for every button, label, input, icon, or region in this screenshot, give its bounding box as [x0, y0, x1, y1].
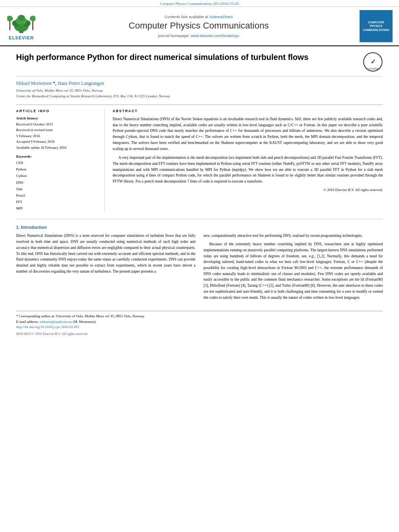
keyword-python: Python	[16, 166, 99, 173]
received-revised-label: Received in revised form	[16, 127, 99, 133]
svg-rect-7	[32, 20, 33, 30]
header-center: Contents lists available at ScienceDirec…	[43, 10, 354, 42]
journal-reference: Computer Physics Communications 203 (201…	[160, 2, 239, 6]
journal-logo-text: COMPUTER PHYSICS COMMUNICATIONS	[362, 21, 391, 31]
keywords-label: Keywords:	[16, 154, 99, 158]
keyword-fft: FFT	[16, 199, 99, 205]
journal-title: Computer Physics Communications	[129, 21, 269, 31]
keyword-mpi: MPI	[16, 205, 99, 212]
corresponding-author-note: * Corresponding author at: University of…	[16, 314, 383, 319]
intro-right: new, computationally attractive tool for…	[204, 233, 383, 303]
journal-logo-box: COMPUTER PHYSICS COMMUNICATIONS	[358, 10, 394, 42]
email-label: E-mail address:	[16, 320, 39, 324]
svg-text:CrossMark: CrossMark	[366, 67, 380, 70]
author-langtangen[interactable]: Hans Petter Langtangen	[58, 80, 104, 86]
intro-left-text: Direct Numerical Simulations (DNS) is a …	[16, 233, 195, 274]
abstract-text: Direct Numerical Simulations (DNS) of th…	[113, 116, 383, 185]
issn-line: 0010-4655/© 2016 Elsevier B.V. All right…	[16, 331, 383, 337]
affiliations: University of Oslo, Moltke Moes vei 35, …	[16, 88, 383, 99]
journal-header: ELSEVIER Contents lists available at Sci…	[0, 7, 399, 46]
journal-homepage: journal homepage: www.elsevier.com/locat…	[158, 33, 239, 38]
email-author-name: (M. Mortensen).	[73, 320, 97, 324]
keyword-dns: DNS	[16, 179, 99, 186]
revised-date: 5 February 2016	[16, 133, 99, 139]
footnote-area: * Corresponding author at: University of…	[16, 311, 383, 336]
email-link[interactable]: mikaem@math.uio.no	[39, 320, 72, 324]
article-dates: Received 6 October 2015 Received in revi…	[16, 121, 99, 150]
copyright-line: © 2016 Elsevier B.V. All rights reserved…	[113, 188, 383, 192]
doi-line: http://dx.doi.org/10.1016/j.cpc.2016.02.…	[16, 325, 383, 330]
svg-text:✓: ✓	[370, 58, 376, 65]
intro-left: Direct Numerical Simulations (DNS) is a …	[16, 233, 195, 303]
intro-right-p2: Because of the extremely heavy number cr…	[204, 241, 383, 300]
affiliation-1: University of Oslo, Moltke Moes vei 35, …	[16, 88, 383, 94]
article-history-label: Article history:	[16, 116, 99, 120]
authors: Mikael Mortensen *, Hans Petter Langtang…	[16, 80, 383, 86]
doi-link[interactable]: http://dx.doi.org/10.1016/j.cpc.2016.02.…	[16, 325, 79, 329]
intro-right-p1: new, computationally attractive tool for…	[204, 233, 383, 239]
svg-point-8	[7, 16, 13, 21]
intro-heading: 1. Introduction	[16, 225, 383, 230]
elsevier-logo: ELSEVIER	[3, 10, 39, 42]
journal-ref-bar: Computer Physics Communications 203 (201…	[0, 0, 399, 7]
intro-right-text: new, computationally attractive tool for…	[204, 233, 383, 300]
svg-point-9	[30, 16, 35, 21]
abstract-paragraph-2: A very important part of the implementat…	[113, 155, 383, 185]
two-col-section: ARTICLE INFO Article history: Received 6…	[16, 105, 383, 212]
intro-section: Direct Numerical Simulations (DNS) is a …	[16, 233, 383, 303]
elsevier-tree-icon	[7, 12, 35, 34]
author-mortensen[interactable]: Mikael Mortensen	[16, 80, 51, 86]
journal-logo-img: COMPUTER PHYSICS COMMUNICATIONS	[360, 10, 393, 42]
intro-left-p1: Direct Numerical Simulations (DNS) is a …	[16, 233, 195, 274]
keyword-pencil: Pencil	[16, 192, 99, 199]
article-title: High performance Python for direct numer…	[16, 52, 309, 62]
homepage-link[interactable]: www.elsevier.com/locate/cpc	[191, 33, 239, 38]
affiliation-2: Center for Biomedical Computing at Simul…	[16, 94, 383, 99]
email-line: E-mail address: mikaem@math.uio.no (M. M…	[16, 319, 383, 325]
section-divider	[16, 219, 383, 219]
elsevier-wordmark: ELSEVIER	[9, 35, 34, 40]
abstract-label: ABSTRACT	[113, 109, 383, 113]
keyword-slab: Slab	[16, 186, 99, 192]
received-date: Received 6 October 2015	[16, 121, 99, 127]
article-info-label: ARTICLE INFO	[16, 109, 99, 113]
svg-point-5	[18, 15, 25, 21]
accepted-date: Accepted 9 February 2016	[16, 139, 99, 144]
available-date: Available online 26 February 2016	[16, 145, 99, 150]
keywords-list: CFD Python Cython DNS Slab Pencil FFT MP…	[16, 160, 99, 212]
main-content: High performance Python for direct numer…	[0, 46, 399, 345]
svg-rect-6	[9, 20, 10, 30]
crossmark-icon: ✓ CrossMark	[363, 52, 383, 72]
article-info-col: ARTICLE INFO Article history: Received 6…	[16, 109, 105, 212]
sciencedirect-line: Contents lists available at ScienceDirec…	[165, 14, 233, 19]
abstract-paragraph-1: Direct Numerical Simulations (DNS) of th…	[113, 116, 383, 152]
article-title-section: High performance Python for direct numer…	[16, 52, 383, 76]
keyword-cfd: CFD	[16, 160, 99, 166]
abstract-col: ABSTRACT Direct Numerical Simulations (D…	[113, 109, 383, 212]
sciencedirect-link[interactable]: ScienceDirect	[209, 14, 233, 19]
keyword-cython: Cython	[16, 173, 99, 179]
